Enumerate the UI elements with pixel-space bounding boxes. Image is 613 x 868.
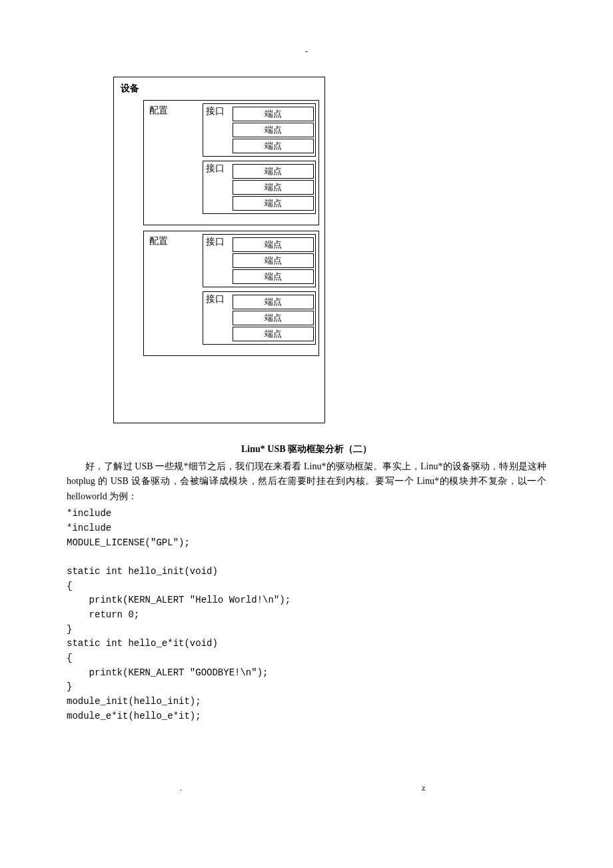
endpoint: 端点: [233, 107, 314, 121]
endpoint: 端点: [233, 196, 314, 211]
usb-diagram: 设备 配置 接口 端点 端点 端点 接口 端点 端点 端点: [113, 77, 325, 423]
interface-block: 接口 端点 端点 端点: [203, 234, 316, 287]
section-title: Linu* USB 驱动框架分析（二）: [67, 443, 546, 455]
page: - 设备 配置 接口 端点 端点 端点 接口 端点 端点: [0, 0, 613, 750]
endpoint: 端点: [233, 269, 314, 284]
interface-block: 接口 端点 端点 端点: [203, 161, 316, 214]
endpoint: 端点: [233, 180, 314, 195]
endpoint: 端点: [233, 253, 314, 268]
config-block: 配置 接口 端点 端点 端点 接口 端点 端点 端点: [143, 231, 319, 356]
interface-label: 接口: [205, 105, 233, 155]
endpoint: 端点: [233, 295, 314, 309]
interfaces: 接口 端点 端点 端点 接口 端点 端点 端点: [203, 103, 316, 214]
endpoint: 端点: [233, 327, 314, 341]
interface-block: 接口 端点 端点 端点: [203, 291, 316, 345]
endpoints: 端点 端点 端点: [233, 163, 314, 212]
interface-block: 接口 端点 端点 端点: [203, 103, 316, 157]
endpoint: 端点: [233, 123, 314, 137]
interface-label: 接口: [205, 236, 233, 285]
config-label: 配置: [145, 103, 203, 214]
endpoints: 端点 端点 端点: [233, 236, 314, 285]
interfaces: 接口 端点 端点 端点 接口 端点 端点 端点: [203, 234, 316, 345]
config-label: 配置: [145, 234, 203, 345]
footer-z: z: [422, 783, 425, 793]
endpoint: 端点: [233, 311, 314, 325]
endpoint: 端点: [233, 237, 314, 252]
header-dash: -: [67, 47, 546, 57]
endpoints: 端点 端点 端点: [233, 293, 314, 343]
endpoint: 端点: [233, 164, 314, 179]
page-footer: . z: [0, 783, 613, 793]
code-block: *include *include MODULE_LICENSE("GPL");…: [67, 507, 546, 723]
intro-paragraph: 好，了解过 USB 一些规*细节之后，我们现在来看看 Linu*的驱动框架。事实…: [67, 459, 546, 504]
config-block: 配置 接口 端点 端点 端点 接口 端点 端点 端点: [143, 100, 319, 225]
footer-dot: .: [180, 783, 182, 793]
interface-label: 接口: [205, 293, 233, 343]
interface-label: 接口: [205, 163, 233, 212]
endpoints: 端点 端点 端点: [233, 105, 314, 155]
device-label: 设备: [121, 83, 319, 95]
endpoint: 端点: [233, 139, 314, 153]
